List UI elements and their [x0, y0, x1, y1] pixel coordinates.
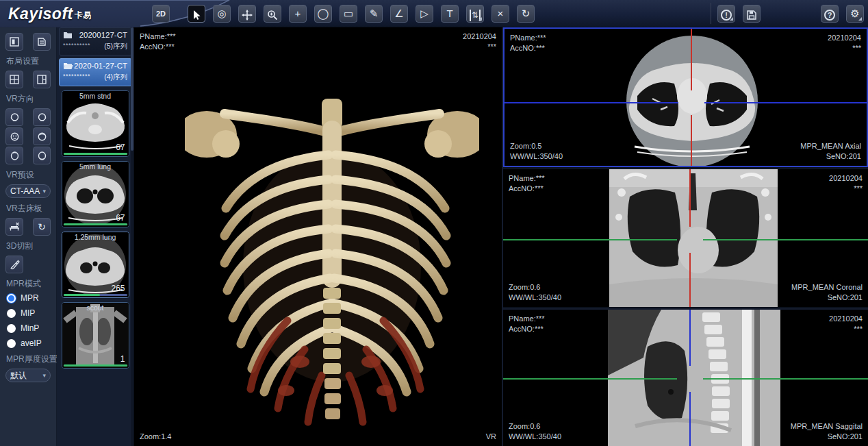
pencil-icon: ✎	[366, 5, 382, 22]
thumbnail-label: 1.25mm lung	[62, 233, 129, 241]
scalpel-button[interactable]	[5, 256, 23, 273]
head-top-button[interactable]	[5, 147, 23, 164]
render-mode-text: MPR_MEAN Axial	[800, 141, 861, 151]
help-button[interactable]: ?	[821, 5, 839, 23]
mpr-mode-option-label: MIP	[21, 308, 35, 318]
thumbnail-label: 5mm stnd	[62, 92, 129, 100]
mpr-mode-option-mpr[interactable]: MPR	[7, 293, 51, 303]
reset-view-button[interactable]: ↻	[517, 5, 535, 23]
tool-buttons: 2D ◎ + ◯ ▭ ✎ ∠ ▷ T ⇅ × ↻	[152, 5, 535, 23]
sagittal-crosshair-horizontal-left[interactable]	[503, 378, 677, 380]
thumbnail-progress-track	[64, 223, 127, 225]
vr-3d-view[interactable]: PName:*** AccNO:*** 20210204 *** Zoom:1.…	[134, 27, 502, 446]
series-thumbnail-5mm-lung[interactable]: 5mm lung 67	[62, 161, 129, 227]
cine-play-button[interactable]: ▷	[416, 5, 433, 23]
crosshair-button[interactable]: +	[289, 5, 307, 23]
text-annotation-button[interactable]: T	[441, 5, 459, 23]
view-2d-button[interactable]: 2D	[152, 5, 170, 23]
layout-single-button[interactable]	[5, 33, 23, 51]
seno-text: SeNO:201	[800, 151, 861, 162]
mpr-coronal-view[interactable]: PName:*** AccNO:*** 20210204 *** Zoom:0.…	[503, 169, 868, 307]
top-toolbar: Kayisoft卡易 2D ◎ + ◯ ▭ ✎ ∠ ▷ T ⇅ × ↻	[0, 0, 868, 27]
mpr-mode-option-aveip[interactable]: aveIP	[7, 338, 51, 348]
head-left-button[interactable]	[5, 108, 23, 126]
mpr-mode-option-minp[interactable]: MinP	[7, 323, 51, 333]
axial-zoom-overlay: Zoom:0.5 WW/WL:350/40	[510, 141, 563, 162]
vr-patient-overlay: PName:*** AccNO:***	[140, 32, 176, 52]
layout-1-2-button[interactable]	[33, 71, 51, 88]
angle-measure-button[interactable]: ∠	[390, 5, 408, 23]
axial-crosshair-vertical-top[interactable]	[691, 29, 692, 90]
settings-button[interactable]: ⚙	[846, 5, 864, 23]
series-thumbnail-1-25mm-lung[interactable]: 1.25mm lung 265	[62, 232, 129, 298]
study-date-text: 20210204	[829, 314, 863, 324]
series-scroll-button[interactable]: ◎	[213, 5, 231, 23]
coronal-crosshair-vertical-bottom[interactable]	[689, 253, 691, 307]
toolbar-far-right-group: ? ⚙	[821, 5, 864, 23]
study-series-count: (5)序列	[104, 42, 127, 51]
ellipse-icon: ◯	[315, 5, 331, 22]
vr-preset-select[interactable]: CT-AAA ▾	[5, 184, 51, 198]
sagittal-crosshair-vertical-bottom[interactable]	[689, 392, 691, 446]
rectangle-roi-button[interactable]: ▭	[340, 5, 357, 23]
help-icon: ?	[824, 10, 835, 21]
seno-text: SeNO:201	[791, 293, 863, 303]
layout-single-icon	[10, 37, 19, 47]
axial-crosshair-vertical-bottom[interactable]	[691, 115, 692, 166]
head-bottom-button[interactable]	[33, 147, 51, 164]
pname-text: PName:***	[510, 33, 546, 43]
delete-annotation-button[interactable]: ×	[492, 5, 509, 23]
mpr-mode-option-mip[interactable]: MIP	[7, 308, 51, 318]
zoom-button[interactable]	[264, 5, 281, 23]
mpr-thickness-select[interactable]: 默认 ▾	[5, 369, 51, 382]
head-front-button[interactable]	[5, 127, 23, 145]
cut-3d-label: 3D切割	[6, 240, 51, 252]
series-thumbnail-5mm-stnd[interactable]: 5mm stnd 67	[62, 90, 129, 157]
pan-button[interactable]	[238, 5, 256, 23]
sagittal-crosshair-horizontal-right[interactable]	[703, 378, 868, 380]
scalpel-icon	[10, 260, 20, 270]
gear-icon: ⚙	[847, 5, 863, 22]
head-back-button[interactable]	[33, 127, 51, 145]
vr-direction-label: VR方向	[6, 93, 51, 105]
head-right-button[interactable]	[33, 108, 51, 126]
coronal-date-overlay: 20210204 ***	[829, 173, 863, 194]
thumbnail-progress-bar	[64, 364, 127, 367]
series-scrollbar[interactable]	[131, 27, 133, 446]
radio-icon	[7, 309, 16, 318]
overlay-info-button[interactable]: !	[717, 5, 735, 23]
zoom-text: Zoom:1.4	[140, 432, 171, 442]
mpr-sagittal-view[interactable]: PName:*** AccNO:*** 20210204 *** Zoom:0.…	[503, 308, 868, 446]
mpr-axial-view[interactable]: PName:*** AccNO:*** 20210204 *** Zoom:0.…	[503, 27, 868, 167]
measure-line-button[interactable]: ✎	[365, 5, 383, 23]
study-date-text: 20210204	[828, 33, 861, 43]
accno-text: AccNO:***	[509, 324, 545, 334]
layout-grid-2x2-button[interactable]	[5, 71, 23, 88]
remove-bed-button[interactable]	[5, 218, 23, 236]
scrollbar-thumb[interactable]	[131, 27, 133, 151]
study-item-selected[interactable]: 2020-01-27-CT ********** (4)序列	[59, 58, 132, 86]
save-button[interactable]	[743, 5, 761, 23]
coronal-crosshair-vertical-top[interactable]	[689, 169, 691, 227]
delete-icon: ×	[492, 5, 509, 22]
axial-crosshair-horizontal-left[interactable]	[505, 102, 678, 103]
series-thumbnail-scout[interactable]: scout 1	[62, 302, 129, 369]
window-preset-button[interactable]: ⇅	[466, 5, 484, 23]
coronal-ct-image	[609, 169, 778, 307]
vr-bed-reset-button[interactable]: ↻	[33, 218, 51, 236]
toolbar-separator	[711, 3, 711, 24]
coronal-crosshair-horizontal-left[interactable]	[503, 239, 677, 240]
radio-selected-icon	[7, 294, 16, 303]
layout-grid-2x2-icon	[10, 75, 19, 84]
thumbnail-label: scout	[62, 303, 129, 312]
cursor-button[interactable]	[188, 5, 205, 23]
axial-crosshair-horizontal-right[interactable]	[704, 102, 867, 103]
pname-text: PName:***	[140, 32, 176, 42]
ellipse-roi-button[interactable]: ◯	[314, 5, 332, 23]
sagittal-crosshair-vertical-top[interactable]	[689, 310, 691, 366]
coronal-crosshair-horizontal-right[interactable]	[703, 239, 868, 240]
layout-report-icon	[37, 37, 47, 47]
layout-report-button[interactable]	[33, 33, 51, 51]
study-item[interactable]: 20200127-CT ********** (5)序列	[59, 27, 132, 55]
series-scroll-icon: ◎	[214, 5, 230, 22]
